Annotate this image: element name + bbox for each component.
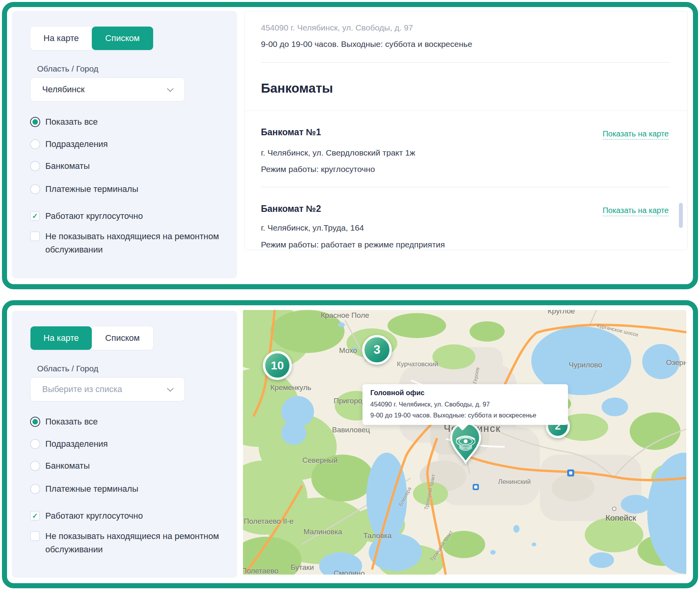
radio-icon: [30, 439, 40, 449]
map-label-district: Ленинский: [498, 478, 531, 486]
section-title: Банкоматы: [261, 81, 333, 96]
atm-item-address: г. Челябинск, ул.Труда, 164: [261, 223, 364, 233]
region-select[interactable]: Выберите из списка: [30, 377, 185, 401]
radio-branches[interactable]: Подразделения: [30, 139, 108, 149]
radio-selected-icon: [30, 117, 40, 127]
map-cluster[interactable]: 10: [263, 351, 292, 380]
map-label-town: Северный: [302, 456, 338, 465]
map-cluster[interactable]: 3: [362, 335, 392, 365]
map-label-town: Вавиловец: [332, 426, 370, 434]
filters-sidebar-list: На карте Списком Область / Город Челябин…: [12, 11, 237, 278]
show-on-map-link[interactable]: Показать на карте: [603, 206, 669, 216]
locations-content: 454090 г. Челябинск, ул. Свободы, д. 97 …: [244, 11, 688, 250]
head-office-tooltip: Головной офис 454090 г. Челябинск, ул. С…: [362, 384, 568, 425]
divider: [261, 62, 670, 63]
view-toggle: На карте Списком: [30, 26, 154, 50]
radio-icon: [30, 139, 40, 149]
radio-atms[interactable]: Банкоматы: [30, 461, 90, 471]
transit-station-icon: [473, 484, 479, 490]
tooltip-address: 454090 г. Челябинск, ул. Свободы, д. 97: [370, 401, 560, 408]
radio-selected-icon: [30, 417, 40, 427]
checkbox-unchecked-icon: [30, 531, 40, 541]
radio-terminals[interactable]: Платежные терминалы: [30, 184, 138, 194]
map-label-town: Красное Поле: [321, 311, 369, 320]
toggle-list-button[interactable]: Списком: [92, 27, 153, 50]
checkbox-always-open[interactable]: ✓ Работают круглосуточно: [30, 509, 143, 523]
map-label-city: Копейск: [605, 513, 636, 523]
divider: [245, 111, 687, 111]
checkbox-hide-maintenance[interactable]: Не показывать находящиеся на ремонтном о…: [30, 230, 219, 256]
map-label-town: Чурилово: [569, 361, 602, 369]
radio-icon: [30, 161, 40, 171]
toggle-list-button[interactable]: Списком: [92, 326, 153, 350]
view-toggle: На карте Списком: [30, 326, 154, 350]
radio-icon: [30, 484, 40, 494]
radio-atms[interactable]: Банкоматы: [30, 161, 90, 171]
region-label: Область / Город: [37, 364, 98, 373]
poi-dot-icon: [612, 507, 616, 511]
region-label: Область / Город: [37, 64, 98, 73]
head-office-hours: 9-00 до 19-00 часов. Выходные: суббота и…: [261, 39, 472, 49]
tooltip-hours: 9-00 до 19-00 часов. Выходные: суббота и…: [370, 412, 560, 419]
radio-show-all[interactable]: Показать все: [30, 117, 98, 127]
atm-item-address: г. Челябинск, ул. Свердловский тракт 1ж: [261, 148, 415, 158]
checkbox-checked-icon: ✓: [30, 511, 40, 521]
radio-icon: [30, 461, 40, 471]
checkbox-hide-maintenance[interactable]: Не показывать находящиеся на ремонтном о…: [30, 530, 219, 556]
atm-item-schedule: Режим работы: работает в режиме предприя…: [261, 240, 445, 249]
toggle-map-button[interactable]: На карте: [30, 27, 92, 50]
radio-show-all[interactable]: Показать все: [30, 417, 98, 427]
toggle-map-button[interactable]: На карте: [30, 326, 92, 350]
region-select-placeholder: Выберите из списка: [42, 384, 169, 394]
radio-branches[interactable]: Подразделения: [30, 439, 108, 449]
region-select-value: Челябинск: [42, 84, 169, 95]
radio-terminals[interactable]: Платежные терминалы: [30, 484, 138, 494]
list-view-panel: На карте Списком Область / Город Челябин…: [2, 2, 698, 289]
map-label-district: Курчатовский: [397, 360, 438, 368]
checkbox-always-open[interactable]: ✓ Работают круглосуточно: [30, 210, 143, 223]
divider: [261, 187, 670, 187]
map-label-town: Полетаево II-е: [244, 517, 294, 526]
head-office-pin[interactable]: [448, 424, 483, 464]
map-label-town: Таловка: [363, 532, 392, 540]
tooltip-title: Головной офис: [370, 389, 560, 397]
map-label-town: Круглое: [548, 310, 575, 315]
atm-item-title: Банкомат №2: [261, 204, 321, 214]
show-on-map-link[interactable]: Показать на карте: [603, 129, 669, 140]
map-label-town: Кременкуль: [270, 383, 311, 392]
map-label-town: Малиновка: [304, 528, 342, 536]
map-view-panel: На карте Списком Область / Город Выберит…: [2, 300, 698, 588]
checkbox-unchecked-icon: [30, 231, 40, 241]
map-canvas[interactable]: Красное Поле Мохо Курчатовский Кременкул…: [243, 310, 686, 575]
transit-station-icon: [567, 469, 574, 476]
radio-icon: [30, 184, 40, 194]
map-label-town: Озерны: [666, 358, 686, 367]
scrollbar-thumb[interactable]: [679, 203, 683, 228]
atm-item-schedule: Режим работы: круглосуточно: [261, 165, 375, 174]
page: На карте Списком Область / Город Челябин…: [0, 0, 700, 591]
region-select[interactable]: Челябинск: [30, 77, 185, 102]
head-office-address: 454090 г. Челябинск, ул. Свободы, д. 97: [261, 23, 413, 32]
map-label-town: Бутаки: [291, 563, 314, 572]
atm-item-title: Банкомат №1: [261, 127, 321, 138]
map-label-town: Полетаево: [243, 567, 279, 575]
filters-sidebar-map: На карте Списком Область / Город Выберит…: [12, 311, 237, 578]
checkbox-checked-icon: ✓: [30, 211, 40, 221]
map-label-town: Смолино: [334, 569, 365, 575]
map-label-town: Мохо: [339, 346, 357, 355]
map-label-town: Пригород: [334, 397, 366, 405]
